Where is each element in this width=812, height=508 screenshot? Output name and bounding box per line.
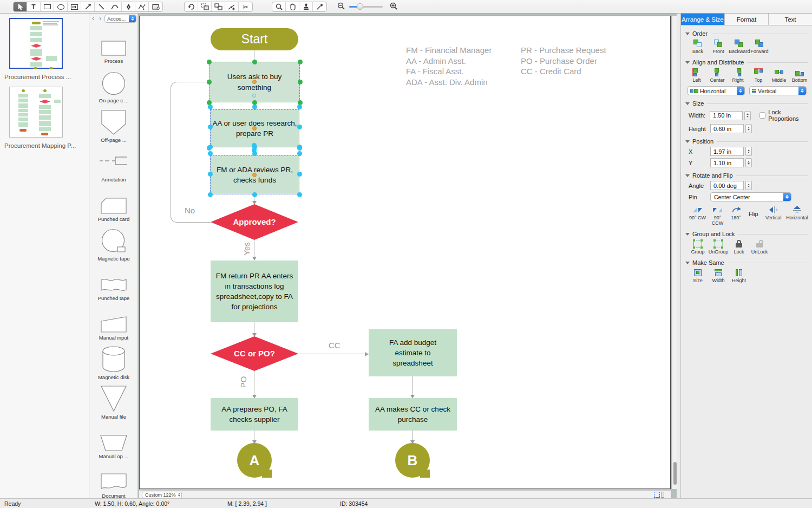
shape-item-manual-operation[interactable]: Manual op ... bbox=[89, 424, 138, 463]
pan-hand-tool-icon[interactable] bbox=[286, 2, 299, 11]
library-select[interactable]: Accou... bbox=[104, 15, 136, 23]
reshape-tool-icon[interactable] bbox=[135, 2, 149, 11]
selection-handle[interactable] bbox=[297, 125, 302, 129]
node-offpage-connector-b[interactable]: B bbox=[395, 443, 431, 479]
shape-item-manual-file[interactable]: Manual file bbox=[89, 385, 138, 424]
selection-handle[interactable] bbox=[297, 105, 302, 109]
x-stepper[interactable] bbox=[745, 147, 752, 156]
rotation-center-handle[interactable] bbox=[252, 173, 257, 177]
height-stepper[interactable] bbox=[745, 124, 752, 133]
selection-handle[interactable] bbox=[252, 143, 257, 148]
rotate-tool-icon[interactable] bbox=[185, 2, 198, 11]
shape-item-punched-tape[interactable]: Punched tape bbox=[89, 266, 138, 305]
selection-handle[interactable] bbox=[207, 80, 212, 84]
page-thumbnail-1[interactable] bbox=[9, 18, 63, 69]
group-button[interactable]: Group bbox=[687, 239, 708, 255]
disclosure-triangle-icon[interactable] bbox=[685, 61, 690, 64]
ellipse-tool-icon[interactable] bbox=[54, 2, 68, 11]
node-fm-return-pr[interactable]: FM return PR AA enters in transactions l… bbox=[211, 260, 298, 322]
disclosure-triangle-icon[interactable] bbox=[685, 262, 690, 264]
align-left-button[interactable]: Left bbox=[686, 67, 707, 83]
tab-arrange-size[interactable]: Arrange & Size bbox=[681, 14, 725, 25]
selection-handle[interactable] bbox=[298, 60, 303, 64]
selection-handle[interactable] bbox=[298, 80, 303, 84]
zoom-out-icon[interactable] bbox=[337, 2, 345, 12]
angle-stepper[interactable] bbox=[745, 181, 752, 190]
selection-handle[interactable] bbox=[207, 146, 212, 151]
eyedropper-tool-icon[interactable] bbox=[313, 2, 326, 11]
stamp-tool-icon[interactable] bbox=[299, 2, 313, 11]
lock-button[interactable]: Lock bbox=[729, 239, 749, 255]
connector-budget-cc[interactable] bbox=[412, 376, 412, 396]
make-same-size-button[interactable]: Size bbox=[687, 268, 708, 283]
frame-tool-icon[interactable] bbox=[68, 2, 81, 11]
connector-cc-b[interactable] bbox=[412, 431, 412, 441]
shape-item-manual-input[interactable]: Manual input bbox=[89, 305, 138, 344]
disclosure-triangle-icon[interactable] bbox=[685, 174, 690, 177]
connector-return-ccpo[interactable] bbox=[254, 322, 254, 334]
x-field[interactable]: 1.97 in bbox=[710, 147, 744, 156]
disclosure-triangle-icon[interactable] bbox=[685, 102, 690, 105]
rotate-90ccw-button[interactable]: 90° CCW bbox=[708, 205, 728, 226]
width-stepper[interactable] bbox=[744, 111, 751, 120]
node-aa-makes-cc[interactable]: AA makes CC or check purchase bbox=[369, 398, 457, 431]
shape-item-magnetic-tape[interactable]: Magnetic tape bbox=[89, 226, 138, 265]
zoom-slider[interactable] bbox=[349, 6, 383, 8]
shape-item-off-page-connector[interactable]: Off-page ... bbox=[89, 108, 138, 147]
ungroup-button[interactable]: UnGroup bbox=[708, 239, 729, 255]
connector-ccpo-budget[interactable] bbox=[299, 354, 366, 354]
zoom-stepper-icon[interactable] bbox=[178, 493, 180, 497]
node-start[interactable]: Start bbox=[211, 28, 298, 50]
node-decision-cc-or-po[interactable]: CC or PO? bbox=[211, 336, 298, 371]
selection-handle[interactable] bbox=[208, 172, 213, 177]
selection-handle[interactable] bbox=[252, 60, 257, 64]
selection-handle[interactable] bbox=[297, 151, 302, 156]
width-field[interactable]: 1.50 in bbox=[710, 111, 743, 120]
height-field[interactable]: 0.60 in bbox=[710, 124, 744, 133]
selection-mode-icon[interactable] bbox=[654, 492, 660, 498]
selection-handle[interactable] bbox=[208, 192, 213, 197]
selection-handle[interactable] bbox=[207, 60, 212, 64]
selection-handle[interactable] bbox=[252, 105, 257, 109]
library-forward-icon[interactable]: › bbox=[97, 15, 103, 22]
selection-handle[interactable] bbox=[252, 192, 257, 197]
zoom-in-icon[interactable] bbox=[390, 2, 398, 12]
selection-handle[interactable] bbox=[208, 125, 213, 129]
shape-item-on-page-connector[interactable]: On-page c ... bbox=[89, 68, 138, 107]
connector-approved-return[interactable] bbox=[254, 240, 254, 258]
connector-no-loopback[interactable] bbox=[171, 82, 211, 223]
align-center-button[interactable]: Center bbox=[707, 67, 728, 83]
shape-data-tool-icon[interactable] bbox=[149, 2, 162, 11]
flip-horizontal-button[interactable]: Horizontal bbox=[784, 205, 810, 226]
make-same-width-button[interactable]: Width bbox=[708, 268, 729, 283]
rotate-180-button[interactable]: 180° bbox=[728, 205, 744, 226]
page-thumbnail-2[interactable] bbox=[9, 87, 63, 138]
order-front-button[interactable]: Front bbox=[708, 38, 729, 54]
tab-text[interactable]: Text bbox=[769, 14, 812, 25]
add-anchor-tool-icon[interactable] bbox=[225, 2, 239, 11]
curve-tool-icon[interactable] bbox=[108, 2, 122, 11]
vertical-scrollbar[interactable] bbox=[672, 16, 677, 489]
zoom-slider-knob[interactable] bbox=[357, 3, 363, 10]
text-tool-icon[interactable]: T bbox=[27, 2, 41, 11]
vertical-scrollbar-thumb[interactable] bbox=[673, 462, 677, 485]
disclosure-triangle-icon[interactable] bbox=[685, 32, 690, 35]
flip-vertical-button[interactable]: Vertical bbox=[762, 205, 784, 226]
arrow-tool-icon[interactable] bbox=[81, 2, 95, 11]
align-top-button[interactable]: Top bbox=[748, 67, 769, 83]
connector-po-a[interactable] bbox=[254, 431, 254, 441]
angle-field[interactable]: 0.00 deg bbox=[710, 181, 744, 190]
disclosure-triangle-icon[interactable] bbox=[685, 233, 690, 236]
align-middle-button[interactable]: Middle bbox=[769, 67, 789, 83]
shape-item-magnetic-disk[interactable]: Magnetic disk bbox=[89, 345, 138, 384]
library-back-icon[interactable]: ‹ bbox=[90, 15, 96, 22]
order-back-button[interactable]: Back bbox=[687, 38, 708, 54]
rotate-90cw-button[interactable]: 90° CW bbox=[687, 205, 708, 226]
rectangle-tool-icon[interactable] bbox=[41, 2, 54, 11]
selection-handle[interactable] bbox=[208, 105, 213, 109]
selection-handle[interactable] bbox=[297, 172, 302, 177]
distribute-vertical-select[interactable]: Vertical bbox=[749, 86, 807, 95]
zoom-area-tool-icon[interactable] bbox=[272, 2, 286, 11]
y-field[interactable]: 1.10 in bbox=[710, 158, 744, 167]
y-stepper[interactable] bbox=[745, 158, 752, 167]
